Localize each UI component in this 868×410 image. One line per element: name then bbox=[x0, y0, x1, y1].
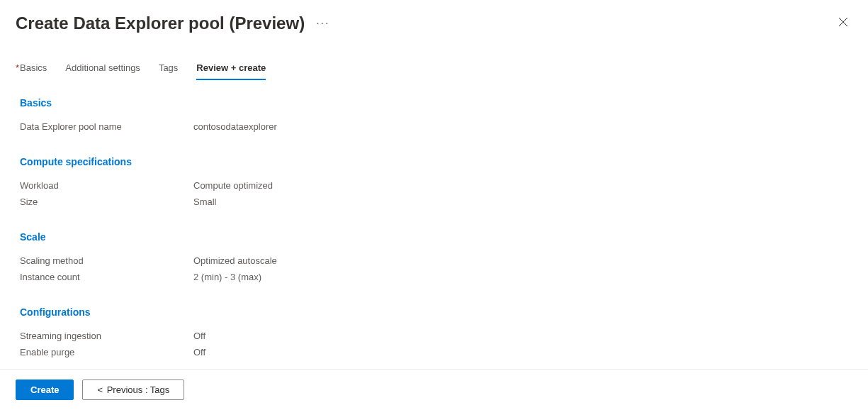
section-header-configurations: Configurations bbox=[20, 306, 852, 318]
section-header-compute: Compute specifications bbox=[20, 156, 852, 167]
section-scale: Scale Scaling method Optimized autoscale… bbox=[20, 231, 852, 285]
value-size: Small bbox=[193, 196, 217, 207]
page-title: Create Data Explorer pool (Preview) bbox=[16, 13, 305, 33]
tab-tags[interactable]: Tags bbox=[159, 62, 178, 80]
tab-label: Tags bbox=[159, 62, 178, 73]
label-scaling-method: Scaling method bbox=[20, 255, 193, 266]
label-workload: Workload bbox=[20, 180, 193, 191]
row-size: Size Small bbox=[20, 194, 852, 210]
label-enable-purge: Enable purge bbox=[20, 347, 193, 358]
label-size: Size bbox=[20, 196, 193, 207]
tab-label: Basics bbox=[20, 62, 47, 73]
row-workload: Workload Compute optimized bbox=[20, 177, 852, 194]
close-icon[interactable] bbox=[834, 13, 852, 34]
label-instance-count: Instance count bbox=[20, 272, 193, 282]
value-streaming-ingestion: Off bbox=[193, 331, 205, 341]
section-configurations: Configurations Streaming ingestion Off E… bbox=[20, 306, 852, 360]
tab-label: Review + create bbox=[196, 62, 266, 73]
value-enable-purge: Off bbox=[193, 347, 205, 358]
value-workload: Compute optimized bbox=[193, 180, 273, 191]
value-scaling-method: Optimized autoscale bbox=[193, 255, 277, 266]
tab-label: Additional settings bbox=[65, 62, 140, 73]
previous-button[interactable]: < Previous : Tags bbox=[82, 379, 184, 400]
label-streaming-ingestion: Streaming ingestion bbox=[20, 331, 193, 341]
row-pool-name: Data Explorer pool name contosodataexplo… bbox=[20, 118, 852, 135]
create-button[interactable]: Create bbox=[16, 379, 74, 400]
more-options-icon[interactable]: ··· bbox=[316, 17, 329, 30]
header-left: Create Data Explorer pool (Preview) ··· bbox=[16, 13, 329, 33]
value-instance-count: 2 (min) - 3 (max) bbox=[193, 272, 261, 282]
tab-review-create[interactable]: Review + create bbox=[196, 62, 266, 80]
section-basics: Basics Data Explorer pool name contosoda… bbox=[20, 97, 852, 135]
row-scaling-method: Scaling method Optimized autoscale bbox=[20, 253, 852, 269]
row-streaming-ingestion: Streaming ingestion Off bbox=[20, 328, 852, 344]
tabs: *Basics Additional settings Tags Review … bbox=[0, 41, 868, 80]
required-asterisk-icon: * bbox=[16, 62, 19, 73]
row-instance-count: Instance count 2 (min) - 3 (max) bbox=[20, 269, 852, 285]
section-header-basics: Basics bbox=[20, 97, 852, 109]
row-enable-purge: Enable purge Off bbox=[20, 344, 852, 360]
label-pool-name: Data Explorer pool name bbox=[20, 121, 193, 132]
chevron-left-icon: < bbox=[97, 384, 103, 395]
previous-button-label: Previous : Tags bbox=[107, 384, 170, 395]
tab-basics[interactable]: *Basics bbox=[16, 62, 47, 80]
header: Create Data Explorer pool (Preview) ··· bbox=[0, 0, 868, 41]
section-header-scale: Scale bbox=[20, 231, 852, 243]
tab-additional-settings[interactable]: Additional settings bbox=[65, 62, 140, 80]
section-compute: Compute specifications Workload Compute … bbox=[20, 156, 852, 210]
footer: Create < Previous : Tags bbox=[0, 369, 868, 410]
value-pool-name: contosodataexplorer bbox=[193, 121, 277, 132]
content-area: Basics Data Explorer pool name contosoda… bbox=[0, 80, 868, 391]
